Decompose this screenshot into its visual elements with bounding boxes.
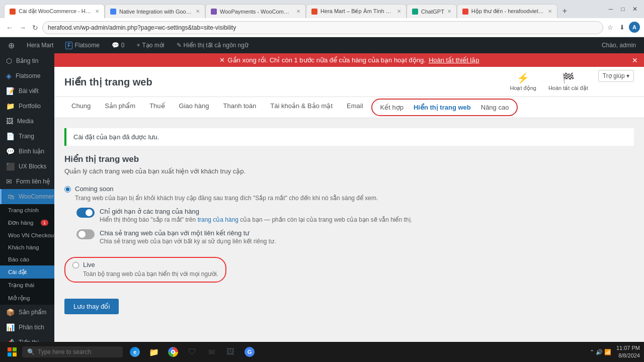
tab-nang-cao[interactable]: Nâng cao bbox=[476, 101, 514, 114]
sidebar-item-bao-cao[interactable]: Báo cáo bbox=[0, 253, 54, 265]
complete-setup-button[interactable]: 🏁 Hoàn tất cài đặt bbox=[548, 72, 588, 92]
shop-page-link[interactable]: trang của hàng bbox=[198, 216, 238, 223]
sidebar-item-label: Trang bbox=[19, 133, 34, 140]
tab-close-2[interactable]: ✕ bbox=[196, 9, 200, 14]
sidebar-item-trang[interactable]: 📄 Trang bbox=[0, 129, 54, 144]
tab-close-5[interactable]: ✕ bbox=[447, 9, 451, 14]
tab-san-pham[interactable]: Sản phẩm bbox=[98, 97, 142, 118]
browser-tab-1[interactable]: Cài đặt WooCommerce - Hera... ✕ bbox=[4, 4, 105, 18]
sidebar-item-label: Bảng tin bbox=[16, 57, 38, 64]
taskbar-security-icon[interactable]: 🛡 bbox=[184, 344, 200, 360]
tab-hien-thi[interactable]: Hiển thị trang web bbox=[409, 101, 476, 114]
create-new-button[interactable]: + Tạo mới bbox=[134, 37, 168, 53]
taskbar-time-display[interactable]: 11:07 PM 8/8/2024 bbox=[616, 344, 640, 360]
tab-close-3[interactable]: ✕ bbox=[296, 9, 300, 14]
coming-soon-radio[interactable] bbox=[64, 186, 71, 193]
toggle-row-1: Chỉ giới hạn ở các trang của hàng Hiển t… bbox=[76, 208, 634, 223]
private-link-toggle[interactable] bbox=[76, 229, 95, 239]
sidebar-item-trang-chinh[interactable]: Trang chính bbox=[0, 204, 54, 216]
sidebar-item-label: Flatsome bbox=[16, 72, 40, 79]
sidebar-item-label: UX Blocks bbox=[19, 163, 46, 170]
help-button[interactable]: Trợ giúp ▾ bbox=[598, 72, 634, 92]
browser-tab-3[interactable]: WooPayments - WooCommerc... ✕ bbox=[205, 4, 306, 18]
sidebar-item-binh-luan[interactable]: 💬 Bình luận bbox=[0, 144, 54, 159]
notif-button[interactable]: 💬 0 bbox=[109, 37, 128, 53]
svg-rect-0 bbox=[8, 347, 12, 351]
taskbar-files-icon[interactable]: 📁 bbox=[146, 344, 162, 360]
tab-close-4[interactable]: ✕ bbox=[397, 9, 401, 14]
edit-site-button[interactable]: ✎ Hiển thị tất cả ngôn ngữ bbox=[174, 37, 252, 53]
tab-close-1[interactable]: ✕ bbox=[95, 9, 99, 14]
sidebar-item-woo-vn[interactable]: Woo VN Checkout bbox=[0, 229, 54, 241]
tab-giao-hang[interactable]: Giao hàng bbox=[172, 97, 216, 118]
sidebar-item-phan-tich[interactable]: 📊 Phân tích bbox=[0, 320, 54, 335]
notification-link[interactable]: Hoàn tất thiết lập bbox=[429, 56, 479, 64]
refresh-button[interactable]: ↻ bbox=[30, 22, 40, 34]
shop-limit-toggle[interactable] bbox=[76, 208, 95, 218]
flatsome-button[interactable]: F Flatsome bbox=[62, 37, 102, 53]
tab-email[interactable]: Email bbox=[340, 97, 370, 118]
tab-tai-khoan[interactable]: Tài khoản & Bảo mật bbox=[263, 97, 340, 118]
tab-ket-hop[interactable]: Kết hợp bbox=[375, 101, 409, 114]
greeting-button[interactable]: Chào, admin bbox=[599, 37, 639, 53]
maximize-button[interactable]: □ bbox=[618, 4, 628, 14]
taskbar-mail-icon[interactable]: ✉ bbox=[203, 344, 219, 360]
sidebar-item-don-hang[interactable]: Đơn hàng 1 bbox=[0, 216, 54, 229]
taskbar-edge-icon[interactable]: e bbox=[127, 344, 143, 360]
sidebar-item-bang-tin[interactable]: ⬡ Bảng tin bbox=[0, 53, 54, 68]
sidebar-item-flatsome[interactable]: ◈ Flatsome bbox=[0, 68, 54, 83]
wp-logo-button[interactable]: ⊕ bbox=[5, 37, 18, 53]
sidebar-item-form[interactable]: ✉ Form liên hệ bbox=[0, 174, 54, 189]
bookmark-button[interactable]: ☆ bbox=[605, 22, 615, 33]
notification-close[interactable]: ✕ bbox=[632, 56, 638, 64]
sidebar-item-woocommerce[interactable]: 🛍 WooCommerce bbox=[0, 189, 54, 204]
sidebar-item-cai-dat[interactable]: Cài đặt bbox=[0, 265, 54, 279]
site-name-button[interactable]: Hera Mart bbox=[24, 37, 56, 53]
minimize-button[interactable]: ─ bbox=[606, 4, 616, 14]
tab-chung[interactable]: Chung bbox=[64, 97, 98, 118]
browser-tab-2[interactable]: Native Integration with Google... ✕ bbox=[105, 4, 205, 18]
security-icon: 🛡 bbox=[188, 347, 196, 356]
sidebar-item-ux-blocks[interactable]: ⬛ UX Blocks bbox=[0, 159, 54, 174]
sidebar-item-khach-hang[interactable]: Khách hàng bbox=[0, 241, 54, 253]
sidebar-item-label: WooCommerce bbox=[19, 193, 54, 200]
tab-thanh-toan[interactable]: Thanh toán bbox=[216, 97, 264, 118]
tab-thue[interactable]: Thuế bbox=[142, 97, 172, 118]
search-icon: 🔍 bbox=[27, 348, 35, 355]
tab-close-6[interactable]: ✕ bbox=[548, 9, 552, 14]
browser-tab-5[interactable]: ChatGPT ✕ bbox=[407, 4, 457, 18]
live-label[interactable]: Live Toàn bộ trang web của bạn hiển thị … bbox=[72, 261, 218, 279]
live-radio[interactable] bbox=[72, 262, 79, 268]
taskbar-photos-icon[interactable]: 🖼 bbox=[222, 344, 238, 360]
tab-title-6: Hộp thư đến - herafoodvietna... bbox=[471, 8, 545, 15]
new-tab-button[interactable]: + bbox=[557, 4, 572, 18]
settings-tabs: Chung Sản phẩm Thuế Giao hàng Thanh toán… bbox=[54, 97, 644, 118]
sidebar-item-mo-rong[interactable]: Mở rộng bbox=[0, 292, 54, 305]
back-button[interactable]: ← bbox=[4, 22, 15, 34]
forward-button[interactable]: → bbox=[17, 22, 28, 34]
address-bar[interactable] bbox=[42, 21, 603, 34]
activity-button[interactable]: ⚡ Hoạt động bbox=[510, 72, 536, 92]
sidebar-item-san-pham[interactable]: 📦 Sản phẩm bbox=[0, 305, 54, 320]
taskbar-chrome-icon[interactable] bbox=[165, 344, 181, 360]
sidebar-item-trang-thai[interactable]: Trạng thái bbox=[0, 279, 54, 292]
toggle-2-label: Chia sẻ trang web của bạn với một liên k… bbox=[100, 229, 276, 237]
tab-favicon-1 bbox=[10, 9, 16, 15]
sidebar-item-bai-viet[interactable]: 📝 Bài viết bbox=[0, 83, 54, 99]
browser-tab-6[interactable]: Hộp thư đến - herafoodvietna... ✕ bbox=[457, 4, 557, 18]
taskbar-g-icon[interactable]: G bbox=[242, 344, 258, 360]
save-button[interactable]: Lưu thay đổi bbox=[64, 299, 119, 314]
coming-soon-label[interactable]: Coming soon Trang web của bạn bị ẩn khỏi… bbox=[64, 185, 634, 203]
toggle-2-desc: Chia sẻ trang web của bạn với bất kỳ ai … bbox=[100, 238, 276, 245]
sidebar-item-portfolio[interactable]: 📁 Portfolio bbox=[0, 99, 54, 114]
close-window-button[interactable]: ✕ bbox=[630, 4, 640, 14]
browser-tab-4[interactable]: Hera Mart – Bếp Ấm Tình Thâm ✕ bbox=[306, 4, 407, 18]
comments-icon: 💬 bbox=[6, 147, 15, 155]
taskbar-search[interactable]: 🔍 bbox=[22, 346, 123, 357]
sidebar-item-media[interactable]: 🖼 Media bbox=[0, 114, 54, 129]
profile-button[interactable]: A bbox=[629, 22, 640, 33]
taskbar-search-input[interactable] bbox=[38, 348, 108, 355]
download-button[interactable]: ⬇ bbox=[617, 22, 627, 33]
section-desc: Quản lý cách trang web của bạn xuất hiện… bbox=[64, 167, 634, 175]
start-button[interactable] bbox=[4, 344, 20, 360]
